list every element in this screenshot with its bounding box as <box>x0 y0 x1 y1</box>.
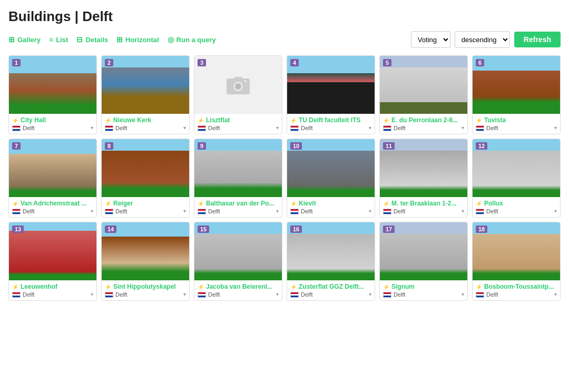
dropdown-arrow-icon[interactable]: ▾ <box>183 291 186 297</box>
building-card-11[interactable]: 11 ⚡ M. ter Braaklaan 1-2... Delft ▾ <box>379 139 468 218</box>
svg-point-4 <box>244 80 247 82</box>
refresh-button[interactable]: Refresh <box>514 32 561 47</box>
card-image-container: 6 <box>473 56 560 114</box>
location-text: Delft <box>23 291 35 298</box>
building-card-10[interactable]: 10 ⚡ Kievit Delft ▾ <box>287 139 375 218</box>
dropdown-arrow-icon[interactable]: ▾ <box>369 208 371 214</box>
building-image <box>102 56 189 114</box>
card-number: 4 <box>290 59 299 66</box>
card-location: Delft <box>290 125 313 131</box>
card-name: ⚡ Nieuwe Kerk <box>105 116 186 124</box>
card-location-row: Delft ▾ <box>198 290 279 298</box>
card-number: 6 <box>476 59 484 66</box>
nav-gallery-label: Gallery <box>17 36 41 44</box>
dropdown-arrow-icon[interactable]: ▾ <box>276 125 279 131</box>
building-card-12[interactable]: 12 ⚡ Pollux Delft ▾ <box>472 139 561 218</box>
building-card-16[interactable]: 16 ⚡ Zusterflat GGZ Delft... Delft ▾ <box>287 222 375 301</box>
nav-query[interactable]: ◎ Run a query <box>168 35 216 44</box>
lightning-icon: ⚡ <box>105 284 111 290</box>
dropdown-arrow-icon[interactable]: ▾ <box>276 291 279 297</box>
dropdown-arrow-icon[interactable]: ▾ <box>462 291 464 297</box>
location-text: Delft <box>115 208 127 214</box>
dropdown-arrow-icon[interactable]: ▾ <box>462 125 464 131</box>
nav-gallery[interactable]: ⊞ Gallery <box>8 35 41 44</box>
lightning-icon: ⚡ <box>12 117 18 123</box>
building-card-8[interactable]: 8 ⚡ Reiger Delft ▾ <box>101 139 190 218</box>
card-location: Delft <box>383 291 406 298</box>
nav-details-label: Details <box>85 36 108 44</box>
card-image-container: 18 <box>473 222 560 280</box>
card-number: 18 <box>476 226 487 233</box>
netherlands-flag <box>105 125 113 131</box>
building-name-text: Tuvista <box>484 116 506 124</box>
dropdown-arrow-icon[interactable]: ▾ <box>183 208 186 214</box>
dropdown-arrow-icon[interactable]: ▾ <box>554 125 557 131</box>
nav-list[interactable]: ≡ List <box>49 35 68 44</box>
card-location: Delft <box>105 208 127 214</box>
building-card-15[interactable]: 15 ⚡ Jacoba van Beierenl... Delft ▾ <box>194 222 282 301</box>
building-card-18[interactable]: 18 ⚡ Bosboom-Toussaintp... Delft ▾ <box>472 222 561 301</box>
building-card-13[interactable]: 13 ⚡ Leeuwenhof Delft ▾ <box>8 222 97 301</box>
dropdown-arrow-icon[interactable]: ▾ <box>91 291 93 297</box>
card-info: ⚡ Balthasar van der Po... Delft ▾ <box>194 197 282 217</box>
nav-details[interactable]: ⊟ Details <box>76 35 108 44</box>
dropdown-arrow-icon[interactable]: ▾ <box>91 208 93 214</box>
building-card-5[interactable]: 5 ⚡ E. du Perronlaan 2-8... Delft ▾ <box>379 55 468 134</box>
card-info: ⚡ Lisztflat Delft ▾ <box>194 114 282 134</box>
dropdown-arrow-icon[interactable]: ▾ <box>369 125 371 131</box>
order-select[interactable]: descending ascending <box>455 31 510 48</box>
card-location-row: Delft ▾ <box>290 124 371 131</box>
building-name-text: Nieuwe Kerk <box>113 116 151 124</box>
svg-point-2 <box>235 83 241 90</box>
lightning-icon: ⚡ <box>476 284 482 290</box>
card-name: ⚡ Kievit <box>290 200 371 207</box>
card-location: Delft <box>198 291 220 298</box>
card-image-container: 7 <box>9 139 96 197</box>
building-card-17[interactable]: 17 ⚡ Signum Delft ▾ <box>379 222 468 301</box>
building-name-text: Van Adrichemstraat ... <box>21 200 87 207</box>
nav-query-label: Run a query <box>176 36 216 44</box>
card-location-row: Delft ▾ <box>383 124 464 131</box>
card-info: ⚡ Nieuwe Kerk Delft ▾ <box>102 114 189 134</box>
toolbar: ⊞ Gallery ≡ List ⊟ Details ⊞ Horizontal … <box>8 31 561 48</box>
building-card-4[interactable]: 4 ⚡ TU Delft faculteit ITS Delft ▾ <box>287 55 375 134</box>
building-card-1[interactable]: 1 ⚡ City Hall Delft ▾ <box>8 55 97 134</box>
dropdown-arrow-icon[interactable]: ▾ <box>183 125 186 131</box>
dropdown-arrow-icon[interactable]: ▾ <box>276 208 279 214</box>
nav-horizontal[interactable]: ⊞ Horizontal <box>116 35 159 44</box>
netherlands-flag <box>476 209 484 214</box>
building-image <box>380 56 467 114</box>
card-location-row: Delft ▾ <box>198 207 279 214</box>
building-card-2[interactable]: 2 ⚡ Nieuwe Kerk Delft ▾ <box>101 55 190 134</box>
dropdown-arrow-icon[interactable]: ▾ <box>462 208 464 214</box>
building-image <box>9 139 96 197</box>
location-text: Delft <box>394 291 406 298</box>
dropdown-arrow-icon[interactable]: ▾ <box>554 291 557 297</box>
dropdown-arrow-icon[interactable]: ▾ <box>369 291 371 297</box>
card-number: 13 <box>12 226 24 233</box>
card-location-row: Delft ▾ <box>12 290 93 298</box>
sort-select[interactable]: Voting Name Date ID <box>411 31 450 48</box>
building-card-7[interactable]: 7 ⚡ Van Adrichemstraat ... Delft ▾ <box>8 139 97 218</box>
building-card-6[interactable]: 6 ⚡ Tuvista Delft ▾ <box>472 55 561 134</box>
card-location: Delft <box>105 291 127 298</box>
card-info: ⚡ Jacoba van Beierenl... Delft ▾ <box>194 280 282 300</box>
dropdown-arrow-icon[interactable]: ▾ <box>91 125 93 131</box>
building-card-3[interactable]: 3 ⚡ Lisztflat Delft ▾ <box>194 55 282 134</box>
card-image-container: 2 <box>102 56 189 114</box>
card-number: 10 <box>290 142 302 150</box>
card-location-row: Delft ▾ <box>476 124 557 131</box>
dropdown-arrow-icon[interactable]: ▾ <box>554 208 557 214</box>
lightning-icon: ⚡ <box>383 117 389 123</box>
lightning-icon: ⚡ <box>383 201 389 207</box>
card-image-container: 15 <box>194 222 282 280</box>
card-info: ⚡ Van Adrichemstraat ... Delft ▾ <box>9 197 96 217</box>
card-image-container: 14 <box>102 222 189 280</box>
card-info: ⚡ Sint Hippolutyskapel Delft ▾ <box>102 280 189 300</box>
card-info: ⚡ Kievit Delft ▾ <box>287 197 375 217</box>
building-card-14[interactable]: 14 ⚡ Sint Hippolutyskapel Delft ▾ <box>101 222 190 301</box>
building-image <box>287 56 375 114</box>
location-text: Delft <box>115 291 127 298</box>
building-card-9[interactable]: 9 ⚡ Balthasar van der Po... Delft ▾ <box>194 139 282 218</box>
card-name: ⚡ Reiger <box>105 200 186 207</box>
